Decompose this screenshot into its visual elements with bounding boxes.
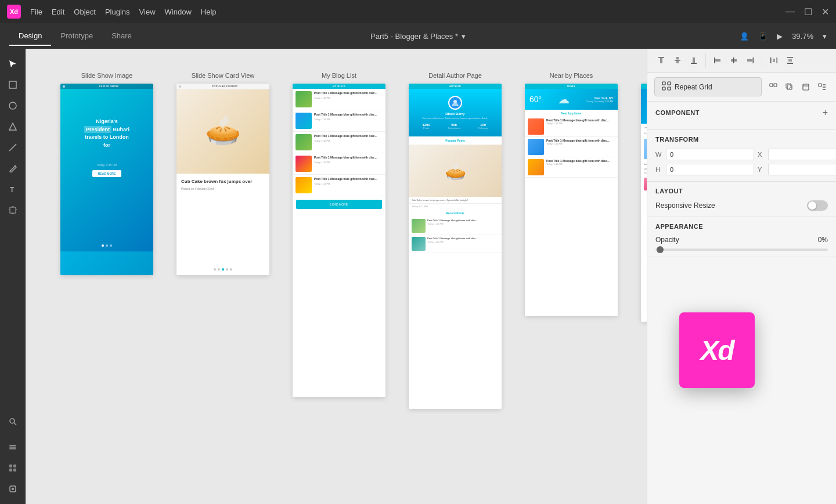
blog-thumb-5 [296,177,312,193]
menu-file[interactable]: File [30,8,42,16]
ellipse-tool[interactable] [5,98,21,114]
menu-view[interactable]: View [139,8,156,16]
canvas-area[interactable]: Slide Show Image SLIDER SHOW Nigeria'sPr… [26,49,647,504]
search-tool[interactable] [5,413,21,430]
align-center-v-icon[interactable] [727,53,741,67]
rg-ungroup-icon[interactable] [766,80,780,94]
minimize-button[interactable]: — [785,6,795,17]
plugins-tool[interactable] [5,481,21,497]
w-input[interactable] [666,149,754,160]
dropdown-arrow-icon[interactable]: ▾ [462,32,466,41]
align-left-icon[interactable] [711,53,725,67]
blog-item: Post Title 1 Message blue gift item with… [293,110,385,132]
tab-prototype[interactable]: Prototype [51,27,102,46]
svg-rect-50 [787,85,792,89]
author-artboard: AUTHOR Black Berry Extreme coffee lover.… [409,84,502,409]
svg-rect-38 [770,57,772,63]
svg-rect-26 [675,60,680,61]
slideshow-artboard: SLIDER SHOW Nigeria'sPresident Buharitra… [60,84,153,275]
component-title: COMPONENT [655,109,700,116]
svg-rect-5 [10,207,16,213]
rectangle-tool[interactable] [5,77,21,93]
transform-title: TRANSFORM [655,136,699,143]
artboard-author: Detail Author Page AUTHOR Black Berry Ex… [409,72,502,409]
align-top-icon[interactable] [654,53,668,67]
svg-text:T: T [10,186,15,193]
repeat-grid-section: Repeat Grid [647,73,836,102]
responsive-resize-toggle[interactable] [807,200,828,211]
play-icon[interactable]: ▶ [777,32,783,41]
text-tool[interactable]: T [5,181,21,197]
assets-tool[interactable] [5,460,21,476]
titlebar-menu: File Edit Object Plugins View Window Hel… [30,8,217,16]
line-tool[interactable] [5,139,21,156]
opacity-slider[interactable] [655,249,828,251]
main-layout: T Slide Show Image [0,49,836,504]
svg-rect-47 [668,87,671,90]
recent-post-item: Post Title 1 Message blue gift item with… [409,235,502,253]
svg-rect-30 [693,57,695,63]
author-post-image: 🥧 [409,145,502,197]
distribute-v-icon[interactable] [783,53,797,67]
h-label: H [655,166,664,173]
zoom-dropdown-icon[interactable]: ▾ [823,32,827,41]
zoom-level[interactable]: 39.7% [792,32,813,41]
vertical-align-group [654,53,706,67]
menu-window[interactable]: Window [165,8,192,16]
svg-rect-49 [774,84,777,87]
svg-line-13 [14,423,16,425]
triangle-tool[interactable] [5,118,21,135]
select-tool[interactable] [5,56,21,72]
blog-item: Post Title 1 Message blue gift item with… [293,132,385,153]
rg-copy-icon[interactable] [783,80,797,94]
blog-thumb-2 [296,113,312,129]
tab-share[interactable]: Share [102,27,141,46]
menu-object[interactable]: Object [74,8,96,16]
cardview-artboard: POPULAR FOODDY 🥧 Cub Cake brown fox jump… [176,84,269,275]
artboard-tool[interactable] [5,202,21,218]
transform-fields: W X H Y [655,149,828,175]
opacity-thumb[interactable] [657,246,664,253]
mobile-preview-icon[interactable]: 📱 [758,32,767,41]
rg-paste-icon[interactable] [799,80,813,94]
author-desc: Extreme coffee lover. Twitter maven. Int… [413,117,497,120]
svg-rect-36 [753,57,754,63]
svg-rect-25 [660,58,662,63]
opacity-row: Opacity 0% [655,236,828,244]
h-input[interactable] [666,164,754,175]
home-mini-post: Post Title 1 Message blue gift item with… [641,177,647,192]
component-add-icon[interactable]: + [823,107,828,118]
svg-rect-42 [787,63,793,64]
author-post-caption: Cub Cake brown fox jumps over - Special … [409,197,502,204]
blog-item: Post Title 1 Message blue gift item with… [293,89,385,110]
artboard-label-author: Detail Author Page [428,72,482,79]
titlebar-left: Xd File Edit Object Plugins View Window … [7,5,217,19]
recent-thumb-1 [412,219,426,233]
x-label: X [758,151,766,158]
close-button[interactable]: ✕ [821,6,829,17]
pen-tool[interactable] [5,160,21,177]
svg-rect-45 [668,82,671,85]
maximize-button[interactable]: ☐ [804,6,812,17]
layers-tool[interactable] [5,439,21,455]
user-icon[interactable]: 👤 [740,32,749,41]
svg-rect-39 [777,57,778,63]
align-middle-h-icon[interactable] [671,53,684,67]
xd-logo-text: Xd [700,334,733,366]
menu-help[interactable]: Help [201,8,217,16]
rg-more-icon[interactable] [815,80,829,94]
nearby-thumb-2 [528,139,544,155]
x-input[interactable] [768,149,836,160]
repeat-grid-button[interactable]: Repeat Grid [654,77,762,96]
svg-rect-24 [658,57,664,58]
load-more-button[interactable]: LOAD MORE [296,200,382,209]
menu-edit[interactable]: Edit [52,8,64,16]
tab-design[interactable]: Design [9,27,51,46]
align-right-icon[interactable] [743,53,757,67]
y-input[interactable] [768,164,836,175]
height-field: H [655,164,754,175]
distribute-h-icon[interactable] [767,53,781,67]
align-bottom-icon[interactable] [687,53,701,67]
menu-plugins[interactable]: Plugins [105,8,130,16]
svg-rect-29 [691,63,697,64]
